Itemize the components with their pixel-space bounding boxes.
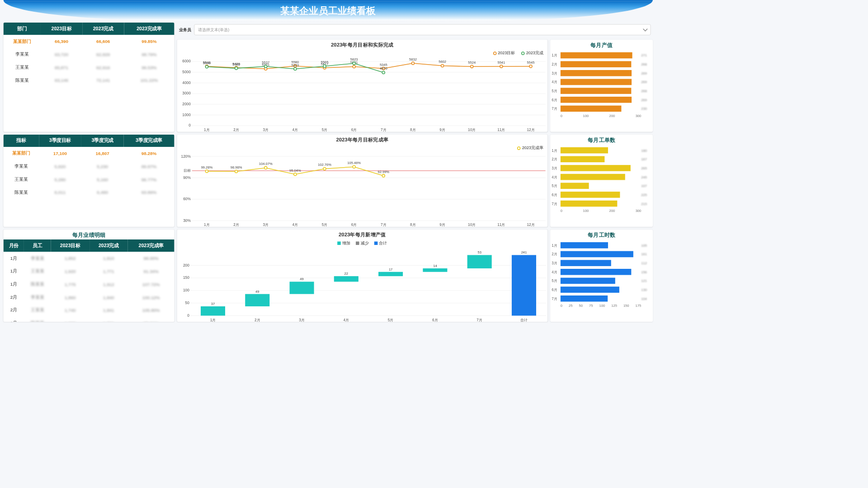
bar-row: 1月271: [552, 51, 650, 60]
svg-text:37: 37: [211, 302, 215, 306]
svg-text:100: 100: [183, 288, 189, 292]
svg-text:4月: 4月: [344, 318, 349, 322]
svg-text:9月: 9月: [439, 127, 445, 132]
svg-point-36: [353, 65, 355, 68]
th: 月份: [4, 239, 24, 252]
svg-point-96: [353, 165, 355, 168]
table-q3-summary: 指标 3季度目标 3季度完成 3季度完成率 某某部门17,10016,80798…: [4, 135, 175, 199]
svg-text:11月: 11月: [497, 127, 505, 132]
svg-text:10月: 10月: [468, 127, 476, 132]
th: 指标: [4, 135, 39, 147]
bar-row: 7月104: [552, 294, 650, 303]
chart-title: 2023年每月目标和实际完成: [177, 40, 548, 50]
panel-q3-summary: 指标 3季度目标 3季度完成 3季度完成率 某某部门17,10016,80798…: [4, 135, 175, 227]
svg-text:2月: 2月: [233, 127, 239, 132]
filter-label: 业务员: [179, 27, 191, 33]
svg-text:1000: 1000: [182, 113, 191, 117]
svg-point-58: [323, 65, 326, 67]
svg-text:3000: 3000: [182, 91, 191, 95]
chart-legend: 2023目标 2023完成: [177, 50, 548, 56]
svg-text:6月: 6月: [351, 127, 357, 132]
bar-row: 4月245: [552, 173, 650, 182]
svg-rect-113: [245, 294, 269, 306]
svg-text:17: 17: [389, 267, 392, 272]
table-row: 某某部门17,10016,80798.28%: [4, 147, 175, 160]
bar-row: 6月269: [552, 95, 650, 104]
table-row: 1月陈某某1,7751,912107.72%: [4, 278, 175, 291]
panel-dept-summary: 部门 2023目标 2023完成 2023完成率 某某部门66,39066,60…: [4, 23, 175, 132]
svg-text:2月: 2月: [233, 222, 239, 227]
svg-text:4970: 4970: [380, 66, 387, 70]
svg-text:5602: 5602: [439, 60, 446, 64]
chart-title: 每月产值: [550, 40, 653, 50]
filter-select[interactable]: 请选择文本(单选): [194, 24, 651, 35]
svg-point-90: [264, 166, 267, 169]
chart-title: 每月工单数: [550, 135, 653, 145]
svg-point-54: [264, 65, 267, 68]
table-row: 2月陈某某1,9001,82195.61%: [4, 317, 175, 322]
page-title-bar: 某某企业员工业绩看板: [4, 0, 653, 20]
th: 3季度完成: [81, 135, 124, 147]
svg-text:3月: 3月: [299, 318, 305, 322]
svg-text:30%: 30%: [183, 218, 191, 223]
page-title: 某某企业员工业绩看板: [280, 4, 376, 17]
svg-text:11月: 11月: [497, 222, 505, 227]
svg-point-98: [382, 174, 385, 177]
chart-new-value-waterfall: 2023年每月新增产值 增加 减少 合计 050100150200371月492…: [177, 230, 548, 322]
svg-text:104.07%: 104.07%: [259, 162, 273, 166]
bar-row: 5月121: [552, 277, 650, 286]
svg-text:53: 53: [477, 250, 481, 254]
th: 3季度目标: [39, 135, 81, 147]
svg-point-94: [323, 167, 326, 170]
bar-row: 4月156: [552, 267, 650, 277]
svg-text:102.76%: 102.76%: [318, 163, 331, 167]
chart-legend: 2023完成率: [177, 145, 548, 151]
svg-text:5345: 5345: [380, 63, 387, 67]
chart-title: 每月工时数: [550, 230, 653, 239]
svg-point-44: [471, 65, 473, 68]
bar-row: 2月268: [552, 60, 650, 69]
chart-monthly-hours: 每月工时数 1月1052月1613月1124月1565月1216月1307月10…: [550, 230, 653, 322]
svg-text:3月: 3月: [263, 127, 269, 132]
svg-text:5月: 5月: [322, 222, 328, 227]
svg-text:1月: 1月: [210, 318, 216, 322]
svg-text:1月: 1月: [204, 222, 210, 227]
svg-rect-119: [334, 276, 359, 282]
svg-text:92.99%: 92.99%: [377, 170, 389, 174]
svg-text:4月: 4月: [292, 222, 298, 227]
svg-text:4月: 4月: [292, 127, 298, 132]
svg-rect-122: [378, 272, 403, 276]
bar-row: 1月180: [552, 146, 650, 155]
svg-text:98.98%: 98.98%: [231, 165, 242, 169]
svg-point-52: [235, 67, 238, 70]
svg-point-50: [205, 66, 208, 68]
chart-legend: 增加 减少 合计: [177, 240, 548, 246]
svg-rect-128: [467, 255, 492, 268]
bar-row: 2月161: [552, 250, 650, 259]
svg-text:90%: 90%: [183, 175, 191, 180]
svg-text:50: 50: [185, 300, 190, 305]
svg-text:5524: 5524: [468, 61, 476, 65]
svg-rect-131: [512, 255, 536, 315]
svg-point-60: [353, 62, 355, 65]
svg-text:241: 241: [521, 250, 527, 254]
th: 2023完成: [90, 239, 128, 252]
table-row: 某某部门66,39066,60699.85%: [4, 35, 175, 48]
bar-row: 6月130: [552, 285, 650, 294]
table-dept-summary: 部门 2023目标 2023完成 2023完成率 某某部门66,39066,60…: [4, 23, 175, 87]
th: 2023完成: [82, 23, 124, 35]
svg-text:目标: 目标: [184, 168, 191, 173]
svg-text:95.04%: 95.04%: [289, 169, 301, 173]
table-row: 1月李某某1,8521,81098.00%: [4, 252, 175, 265]
svg-text:10月: 10月: [468, 222, 476, 227]
svg-text:8月: 8月: [410, 127, 416, 132]
svg-text:49: 49: [255, 290, 259, 294]
chart-title: 2023年每月目标完成率: [177, 135, 548, 145]
table-row: 1月王某某1,9201,77191.34%: [4, 265, 175, 278]
th: 2023目标: [51, 239, 90, 252]
svg-text:5000: 5000: [182, 70, 191, 74]
svg-text:14: 14: [433, 264, 437, 268]
svg-text:6000: 6000: [182, 59, 191, 63]
chart-title: 2023年每月新增产值: [177, 230, 548, 240]
svg-point-40: [411, 62, 414, 65]
